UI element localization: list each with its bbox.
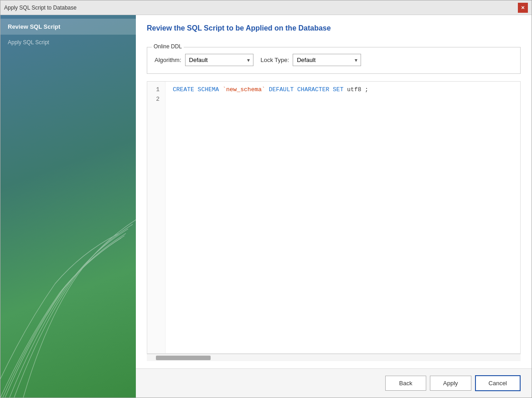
cancel-button[interactable]: Cancel xyxy=(475,375,521,391)
line-num-2: 2 xyxy=(153,95,160,104)
algorithm-label: Algorithm: xyxy=(155,57,181,63)
panel-header: Review the SQL Script to be Applied on t… xyxy=(136,15,532,40)
back-button[interactable]: Back xyxy=(385,376,426,391)
panel-title: Review the SQL Script to be Applied on t… xyxy=(147,24,521,32)
algorithm-select[interactable]: Default INPLACE COPY INSTANT xyxy=(185,54,253,66)
title-bar: Apply SQL Script to Database × xyxy=(0,0,532,15)
close-button[interactable]: × xyxy=(518,3,528,13)
line-numbers: 1 2 xyxy=(147,82,165,353)
sidebar-item-review-sql[interactable]: Review SQL Script xyxy=(0,19,136,35)
apply-button[interactable]: Apply xyxy=(430,376,471,391)
keyword-create: CREATE SCHEMA xyxy=(173,86,222,93)
online-ddl-group: Online DDL Algorithm: Default INPLACE CO… xyxy=(147,47,521,74)
sql-line-2 xyxy=(173,95,513,104)
keyword-default: DEFAULT CHARACTER SET xyxy=(265,86,347,93)
sidebar-item-apply-sql[interactable]: Apply SQL Script xyxy=(0,35,136,50)
sidebar: Review SQL Script Apply SQL Script xyxy=(0,15,136,398)
locktype-label: Lock Type: xyxy=(261,57,289,63)
online-ddl-legend: Online DDL xyxy=(152,43,184,50)
locktype-field-group: Lock Type: Default NONE SHARED EXCLUSIVE xyxy=(261,54,362,66)
sidebar-items: Review SQL Script Apply SQL Script xyxy=(0,15,136,50)
panel-body: Online DDL Algorithm: Default INPLACE CO… xyxy=(136,40,532,368)
sql-content: 1 2 CREATE SCHEMA `new_schema` DEFAULT C… xyxy=(147,82,520,353)
sql-code: CREATE SCHEMA `new_schema` DEFAULT CHARA… xyxy=(165,82,520,353)
horizontal-scrollbar[interactable] xyxy=(147,354,521,361)
line-num-1: 1 xyxy=(153,85,160,95)
ddl-fields: Algorithm: Default INPLACE COPY INSTANT xyxy=(155,54,513,66)
sidebar-decoration xyxy=(0,192,136,398)
right-panel: Review the SQL Script to be Applied on t… xyxy=(136,15,532,398)
sql-line-1: CREATE SCHEMA `new_schema` DEFAULT CHARA… xyxy=(173,85,513,95)
locktype-select[interactable]: Default NONE SHARED EXCLUSIVE xyxy=(293,54,361,66)
identifier-schema: `new_schema` xyxy=(222,86,265,93)
sql-editor[interactable]: 1 2 CREATE SCHEMA `new_schema` DEFAULT C… xyxy=(147,81,521,354)
main-window: Apply SQL Script to Database × Review SQ… xyxy=(0,0,532,398)
algorithm-select-wrapper: Default INPLACE COPY INSTANT xyxy=(185,54,253,66)
value-utf8: utf8 ; xyxy=(347,86,368,93)
panel-footer: Back Apply Cancel xyxy=(136,368,532,398)
main-content: Review SQL Script Apply SQL Script xyxy=(0,15,532,398)
sidebar-item-label-apply: Apply SQL Script xyxy=(8,39,49,46)
window-title: Apply SQL Script to Database xyxy=(4,5,77,11)
locktype-select-wrapper: Default NONE SHARED EXCLUSIVE xyxy=(293,54,361,66)
sidebar-item-label-review: Review SQL Script xyxy=(8,23,60,30)
algorithm-field-group: Algorithm: Default INPLACE COPY INSTANT xyxy=(155,54,253,66)
scrollbar-thumb[interactable] xyxy=(156,356,211,360)
